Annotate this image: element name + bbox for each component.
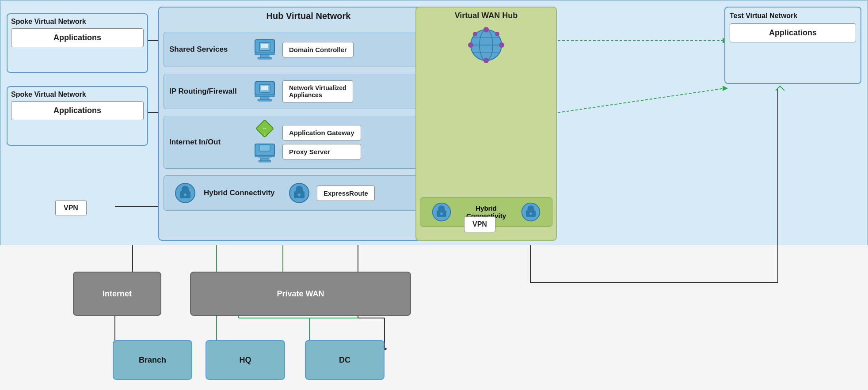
svg-text:↔: ↔: [262, 125, 267, 131]
ip-routing-icon: [252, 79, 277, 104]
svg-point-63: [483, 27, 489, 32]
vpn-wan-label: VPN: [464, 216, 495, 232]
svg-text:↕: ↕: [264, 132, 266, 136]
hub-row-ip-routing: IP Routing/Firewall Network Virtualized …: [164, 74, 453, 109]
expressroute-icon: [287, 181, 312, 205]
hub-vnet: Hub Virtual Network Shared Services Doma…: [158, 7, 459, 241]
application-gateway-box: Application Gateway: [282, 125, 361, 140]
test-vnet-app: Applications: [730, 23, 856, 42]
svg-point-55: [298, 193, 301, 196]
spoke-vnet-1-app: Applications: [11, 28, 144, 47]
hub-row-shared-services: Shared Services Domain Controller: [164, 32, 453, 67]
svg-rect-47: [259, 145, 270, 151]
wan-hub: Virtual WAN Hub HybridConnectivity: [415, 7, 557, 241]
svg-rect-38: [258, 99, 272, 101]
wan-hub-title: Virtual WAN Hub: [416, 8, 556, 22]
svg-rect-30: [255, 53, 274, 55]
hq-box: HQ: [206, 340, 285, 380]
branch-box: Branch: [113, 340, 192, 380]
network-virtualized-box: Network Virtualized Appliances: [282, 80, 353, 102]
svg-point-72: [529, 212, 532, 215]
svg-point-52: [184, 193, 187, 196]
domain-controller-box: Domain Controller: [282, 42, 354, 57]
svg-rect-31: [260, 55, 269, 57]
hybrid-lock-icon: [173, 181, 198, 205]
svg-point-66: [495, 32, 499, 36]
vpn-left-label: VPN: [55, 200, 87, 216]
spoke-vnet-2: Spoke Virtual Network Applications: [7, 86, 148, 146]
hub-vnet-title: Hub Virtual Network: [159, 8, 458, 23]
svg-rect-37: [260, 97, 269, 99]
hybrid-conn-label: Hybrid Connectivity: [204, 189, 283, 197]
shared-services-icon: [252, 37, 277, 62]
hub-row-hybrid: Hybrid Connectivity ExpressRoute: [164, 175, 453, 211]
svg-point-65: [473, 32, 477, 36]
expressroute-box: ExpressRoute: [317, 186, 375, 201]
svg-point-64: [483, 58, 489, 63]
hub-row-internet-inout: Internet In/Out ↔ ↕ Application Gateway …: [164, 116, 453, 169]
dc-box: DC: [305, 340, 385, 380]
internet-inout-label: Internet In/Out: [169, 138, 249, 147]
internet-box: Internet: [73, 272, 161, 316]
svg-point-61: [468, 42, 473, 48]
spoke-vnet-1: Spoke Virtual Network Applications: [7, 13, 148, 73]
svg-rect-34: [261, 44, 268, 48]
proxy-server-box: Proxy Server: [282, 144, 361, 159]
svg-rect-46: [255, 155, 274, 157]
spoke-vnet-2-app: Applications: [11, 101, 144, 120]
svg-rect-48: [260, 158, 269, 160]
svg-rect-36: [255, 95, 274, 97]
spoke-vnet-2-label: Spoke Virtual Network: [11, 91, 144, 98]
svg-point-62: [499, 42, 504, 48]
svg-point-69: [440, 212, 443, 215]
test-vnet: Test Virtual Network Applications: [724, 7, 861, 84]
spoke-vnet-1-label: Spoke Virtual Network: [11, 18, 144, 26]
svg-rect-32: [258, 57, 272, 59]
private-wan-box: Private WAN: [190, 272, 411, 316]
ip-routing-label: IP Routing/Firewall: [169, 87, 249, 96]
svg-rect-40: [261, 86, 268, 90]
internet-inout-icon: ↔ ↕: [252, 130, 277, 155]
svg-rect-49: [259, 160, 271, 162]
shared-services-label: Shared Services: [169, 45, 249, 54]
test-vnet-label: Test Virtual Network: [730, 12, 856, 20]
